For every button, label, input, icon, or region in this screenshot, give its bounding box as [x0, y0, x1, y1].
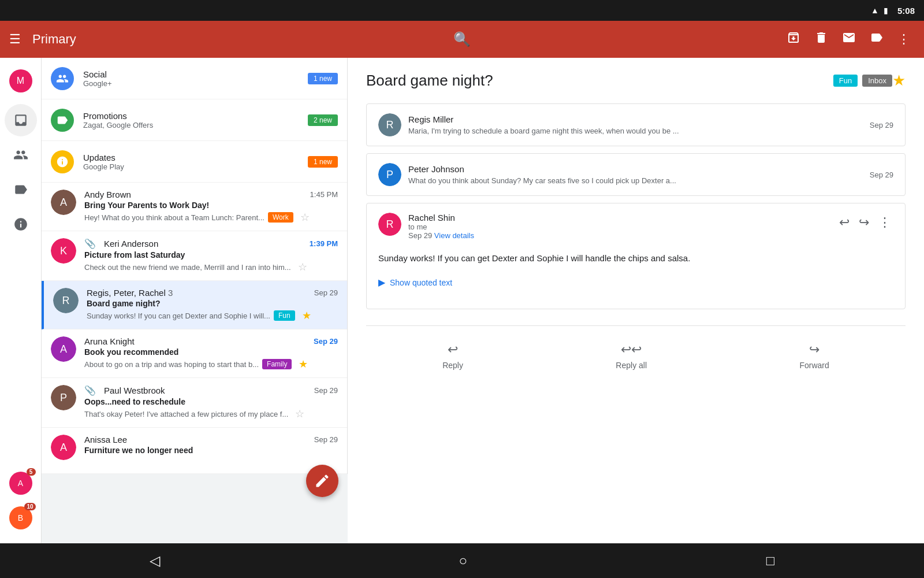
social-name: Social: [83, 69, 308, 79]
thread-avatar-2: P: [378, 163, 401, 186]
thread-sender-detail-2: Peter Johnson What do you think about Su…: [408, 164, 676, 185]
chevron-right-icon: ▶: [378, 277, 385, 288]
nav-contacts[interactable]: [5, 139, 37, 171]
wifi-icon: ▲: [871, 6, 879, 15]
email-sender-3: Regis, Peter, Rachel 3: [87, 288, 173, 298]
label-button[interactable]: [865, 26, 888, 53]
more-button[interactable]: ⋮: [893, 27, 915, 51]
sender-meta-3: Rachel Shin to me Sep 29 View details: [408, 213, 474, 240]
email-sender-1: Andy Brown: [84, 190, 131, 199]
star-2[interactable]: ☆: [298, 261, 307, 273]
email-time-2: 1:39 PM: [310, 239, 338, 248]
email-sender-6: Anissa Lee: [84, 435, 127, 444]
email-list: Social Google+ 1 new Promotions Zagat, G…: [42, 58, 348, 474]
app-title: Primary: [32, 32, 782, 47]
avatar-circle-1: A: [51, 190, 76, 215]
thread-avatar-3: R: [378, 213, 401, 236]
email-body-2: 📎 Keri Anderson 1:39 PM Picture from las…: [84, 238, 338, 273]
email-header-5: 📎 Paul Westbrook Sep 29: [84, 385, 338, 396]
menu-button[interactable]: ☰: [9, 32, 21, 47]
mail-button[interactable]: [837, 26, 860, 53]
social-info: Social Google+: [83, 69, 308, 88]
star-5[interactable]: ☆: [295, 407, 304, 420]
email-time-6: Sep 29: [314, 435, 338, 444]
app-bar: ☰ Primary 🔍 ⋮: [0, 21, 924, 58]
email-list-container: Social Google+ 1 new Promotions Zagat, G…: [42, 58, 348, 543]
nav-info[interactable]: [5, 208, 37, 240]
social-subtitle: Google+: [83, 79, 308, 88]
email-avatar-2: K: [51, 238, 76, 264]
email-header-4: Aruna Knight Sep 29: [84, 336, 338, 346]
updates-info: Updates Google Play: [83, 153, 308, 171]
email-row-2[interactable]: K 📎 Keri Anderson 1:39 PM Picture from l…: [42, 231, 347, 281]
email-row-3[interactable]: R Regis, Peter, Rachel 3 Sep 29 Board ga…: [42, 281, 347, 329]
show-quoted-button[interactable]: ▶ Show quoted text: [378, 277, 893, 288]
nav-labels[interactable]: [5, 173, 37, 206]
avatar-circle-3: R: [53, 288, 79, 313]
forward-btn-label: Forward: [799, 361, 829, 370]
thread-avatar-circle-2: P: [378, 163, 401, 186]
reply-all-button[interactable]: ↩↩ Reply all: [597, 338, 665, 375]
more-icon-3[interactable]: ⋮: [876, 213, 893, 232]
email-time-3: Sep 29: [314, 288, 338, 297]
thread-item-1[interactable]: R Regis Miller Maria, I'm trying to sche…: [366, 103, 906, 146]
email-body-1: Andy Brown 1:45 PM Bring Your Parents to…: [84, 190, 338, 224]
email-preview-1: Hey! What do you think about a Team Lunc…: [84, 211, 338, 224]
email-row-6[interactable]: A Anissa Lee Sep 29 Furniture we no long…: [42, 428, 347, 474]
star-3[interactable]: ★: [302, 309, 311, 322]
view-details-link[interactable]: View details: [434, 231, 474, 240]
thread-actions-3: ↩ ↪ ⋮: [837, 213, 893, 232]
email-subject-2: Picture from last Saturday: [84, 250, 338, 260]
category-social[interactable]: Social Google+ 1 new: [42, 58, 347, 99]
updates-badge: 1 new: [308, 156, 338, 168]
attachment-icon-2: 📎: [84, 238, 96, 249]
email-detail: Board game night? Fun Inbox ★ R Regis Mi…: [348, 58, 924, 543]
email-row-5[interactable]: P 📎 Paul Westbrook Sep 29 Oops...need to…: [42, 378, 347, 428]
promotions-subtitle: Zagat, Google Offers: [83, 121, 308, 129]
star-4[interactable]: ★: [299, 358, 308, 370]
compose-button[interactable]: [306, 465, 338, 497]
delete-button[interactable]: [810, 26, 833, 53]
reply-btn-label: Reply: [442, 361, 463, 370]
app-bar-actions: ⋮: [782, 26, 915, 53]
thread-item-2[interactable]: P Peter Johnson What do you think about …: [366, 153, 906, 196]
email-subject-6: Furniture we no longer need: [84, 446, 338, 455]
email-avatar-6: A: [51, 435, 76, 460]
tag-inbox-detail: Inbox: [862, 75, 892, 87]
contact-badge-2: 10: [24, 503, 35, 510]
back-button[interactable]: ◁: [150, 553, 160, 569]
email-row-4[interactable]: A Aruna Knight Sep 29 Book you recommend…: [42, 329, 347, 378]
home-button[interactable]: ○: [459, 553, 467, 569]
star-1[interactable]: ☆: [300, 211, 310, 224]
email-time-1: 1:45 PM: [310, 190, 338, 199]
user-avatar[interactable]: M: [5, 65, 37, 97]
search-button[interactable]: 🔍: [453, 31, 471, 47]
forward-icon-3[interactable]: ↪: [856, 213, 871, 232]
nav-inbox[interactable]: [5, 104, 37, 136]
reply-button[interactable]: ↩ Reply: [424, 338, 482, 375]
nav-icons: M A 5 B 10: [0, 58, 42, 543]
promotions-name: Promotions: [83, 111, 308, 121]
email-row-1[interactable]: A Andy Brown 1:45 PM Bring Your Parents …: [42, 183, 347, 231]
contact-avatar-1[interactable]: A 5: [5, 467, 37, 499]
sender-detail-3: R Rachel Shin to me Sep 29 View details: [378, 213, 474, 240]
reply-buttons: ↩ Reply ↩↩ Reply all ↪ Forward: [366, 325, 906, 380]
updates-icon: [51, 150, 74, 173]
recents-button[interactable]: □: [766, 553, 775, 569]
contact-avatar-2[interactable]: B 10: [5, 502, 37, 534]
thread-header-2: P Peter Johnson What do you think about …: [378, 163, 893, 186]
email-body-3: Regis, Peter, Rachel 3 Sep 29 Board game…: [87, 288, 338, 322]
category-promotions[interactable]: Promotions Zagat, Google Offers 2 new: [42, 99, 347, 141]
avatar-circle-4: A: [51, 336, 76, 362]
category-updates[interactable]: Updates Google Play 1 new: [42, 141, 347, 183]
forward-button[interactable]: ↪ Forward: [781, 338, 847, 375]
thread-preview-2: What do you think about Sunday? My car s…: [408, 176, 676, 185]
contact-badge-1: 5: [27, 468, 36, 476]
archive-button[interactable]: [782, 26, 805, 53]
detail-star[interactable]: ★: [892, 72, 906, 90]
reply-icon-3[interactable]: ↩: [837, 213, 852, 232]
email-subject-3: Board game night?: [87, 299, 338, 308]
status-bar: ▲ ▮ 5:08: [0, 0, 924, 21]
email-sender-4: Aruna Knight: [84, 336, 135, 346]
updates-name: Updates: [83, 153, 308, 162]
